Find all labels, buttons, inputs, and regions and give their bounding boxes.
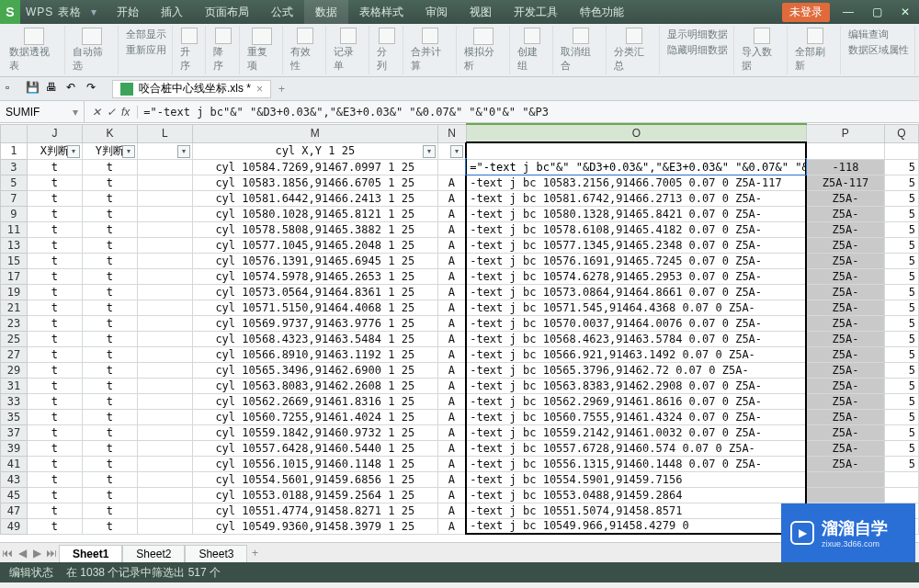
cell[interactable]: t <box>27 221 82 237</box>
cell[interactable]: -text j bc 10562.2969,91461.8616 0.07 0 … <box>466 393 806 409</box>
cell[interactable]: Z5A- <box>806 440 884 456</box>
cell[interactable]: t <box>82 221 137 237</box>
cell[interactable]: 5 <box>884 190 918 206</box>
table-row[interactable]: 11ttcyl 10578.5808,91465.3882 1 25A-text… <box>1 221 919 237</box>
cell[interactable]: A <box>437 456 466 471</box>
ribbon-autofilter[interactable]: 自动筛选 <box>67 26 119 74</box>
ribbon-extra[interactable]: 编辑查询数据区域属性 <box>843 26 915 74</box>
cell[interactable]: cyl 10554.5601,91459.6856 1 25 <box>192 471 437 487</box>
maximize-icon[interactable]: ▢ <box>863 2 891 22</box>
minimize-icon[interactable]: — <box>834 2 862 22</box>
print-icon[interactable]: 🖶 <box>46 81 62 97</box>
col-header-J[interactable]: J <box>27 124 82 142</box>
row-header[interactable]: 5 <box>1 175 28 190</box>
cell[interactable]: t <box>82 331 137 346</box>
cell[interactable]: t <box>82 346 137 362</box>
doc-close-icon[interactable]: × <box>256 83 263 96</box>
ribbon-detail[interactable]: 显示明细数据隐藏明细数据 <box>662 26 734 74</box>
table-row[interactable]: 31ttcyl 10563.8083,91462.2608 1 25A-text… <box>1 378 919 393</box>
cell[interactable]: A <box>437 300 466 315</box>
row-header[interactable]: 41 <box>1 456 28 471</box>
cell-header-L[interactable]: ▾ <box>137 142 192 159</box>
cell[interactable]: -text j bc 10566.921,91463.1492 0.07 0 Z… <box>466 346 806 362</box>
cell[interactable]: -text j bc 10583.2156,91466.7005 0.07 0 … <box>466 175 806 190</box>
table-row[interactable]: 9ttcyl 10580.1028,91465.8121 1 25A-text … <box>1 206 919 221</box>
row-header[interactable]: 47 <box>1 503 28 518</box>
cell[interactable]: A <box>437 315 466 331</box>
menu-tab-6[interactable]: 审阅 <box>414 0 459 24</box>
cell[interactable] <box>137 503 192 518</box>
cell[interactable]: A <box>437 331 466 346</box>
cell[interactable] <box>137 159 192 175</box>
table-row[interactable]: 41ttcyl 10556.1015,91460.1148 1 25A-text… <box>1 456 919 471</box>
cell[interactable]: t <box>82 471 137 487</box>
cell[interactable]: t <box>27 159 82 175</box>
cell[interactable]: 5 <box>884 221 918 237</box>
accept-formula-icon[interactable]: ✓ <box>107 106 116 119</box>
col-header-N[interactable]: N <box>437 124 466 142</box>
cell[interactable]: A <box>437 440 466 456</box>
cell[interactable]: t <box>27 331 82 346</box>
add-sheet-icon[interactable]: + <box>247 547 262 560</box>
cell[interactable]: t <box>27 471 82 487</box>
row-header[interactable]: 19 <box>1 284 28 300</box>
cell[interactable]: 5 <box>884 424 918 440</box>
cell[interactable]: 5 <box>884 175 918 190</box>
cell[interactable]: t <box>27 315 82 331</box>
row-header[interactable]: 13 <box>1 237 28 253</box>
cell[interactable]: t <box>82 503 137 518</box>
table-row[interactable]: 45ttcyl 10553.0188,91459.2564 1 25A-text… <box>1 487 919 503</box>
cell[interactable]: cyl 10580.1028,91465.8121 1 25 <box>192 206 437 221</box>
cell[interactable]: 5 <box>884 346 918 362</box>
cell[interactable]: A <box>437 190 466 206</box>
table-row[interactable]: 5ttcyl 10583.1856,91466.6705 1 25A-text … <box>1 175 919 190</box>
undo-icon[interactable]: ↶ <box>66 81 83 97</box>
cell[interactable]: Z5A- <box>806 409 884 424</box>
cell[interactable]: Z5A- <box>806 221 884 237</box>
cell[interactable]: Z5A- <box>806 206 884 221</box>
formula-input[interactable]: ="-text j bc"&" "&D3+0.03&","&E3+0.03&" … <box>138 106 919 119</box>
cell[interactable]: Z5A- <box>806 378 884 393</box>
col-header-P[interactable]: P <box>806 124 884 142</box>
cell[interactable]: A <box>437 221 466 237</box>
ribbon-sort-asc[interactable]: 升序 <box>175 26 206 74</box>
cell[interactable]: t <box>27 440 82 456</box>
cell[interactable]: cyl 10573.0564,91464.8361 1 25 <box>192 284 437 300</box>
cell[interactable]: -text j bc 10560.7555,91461.4324 0.07 0 … <box>466 409 806 424</box>
sheet-tab[interactable]: Sheet1 <box>59 545 122 562</box>
cell[interactable]: Z5A- <box>806 237 884 253</box>
cell[interactable]: cyl 10576.1391,91465.6945 1 25 <box>192 253 437 268</box>
row-header[interactable]: 33 <box>1 393 28 409</box>
cell[interactable]: -text j bc 10577.1345,91465.2348 0.07 0 … <box>466 237 806 253</box>
cell[interactable]: -text j bc 10557.6728,91460.574 0.07 0 Z… <box>466 440 806 456</box>
cell[interactable]: Z5A- <box>806 331 884 346</box>
cell[interactable]: t <box>27 175 82 190</box>
cell[interactable]: Z5A- <box>806 190 884 206</box>
cell[interactable]: A <box>437 206 466 221</box>
cell[interactable]: Z5A- <box>806 362 884 378</box>
cell[interactable]: t <box>27 503 82 518</box>
cell[interactable]: t <box>27 393 82 409</box>
cell[interactable]: t <box>27 487 82 503</box>
cell[interactable]: 5 <box>884 440 918 456</box>
ribbon-duplicates[interactable]: 重复项 <box>242 26 283 74</box>
cell[interactable]: t <box>82 175 137 190</box>
cell[interactable]: -text j bc 10576.1691,91465.7245 0.07 0 … <box>466 253 806 268</box>
cell[interactable]: t <box>27 300 82 315</box>
cell[interactable]: t <box>27 237 82 253</box>
table-row[interactable]: 3ttcyl 10584.7269,91467.0997 1 25="-text… <box>1 159 919 175</box>
ribbon-subtotal[interactable]: 分类汇总 <box>608 26 660 74</box>
menu-tab-9[interactable]: 特色功能 <box>569 0 635 24</box>
cell[interactable] <box>137 253 192 268</box>
cell[interactable] <box>137 424 192 440</box>
cell[interactable]: 5 <box>884 159 918 175</box>
cell[interactable]: Z5A- <box>806 253 884 268</box>
cell[interactable]: -text j bc 10574.6278,91465.2953 0.07 0 … <box>466 268 806 284</box>
cell[interactable] <box>137 284 192 300</box>
cell[interactable]: -text j bc 10549.966,91458.4279 0 <box>466 518 806 534</box>
cell[interactable]: A <box>437 393 466 409</box>
cell[interactable]: t <box>82 487 137 503</box>
cell[interactable]: A <box>437 378 466 393</box>
cell[interactable]: t <box>27 253 82 268</box>
cell[interactable]: cyl 10583.1856,91466.6705 1 25 <box>192 175 437 190</box>
